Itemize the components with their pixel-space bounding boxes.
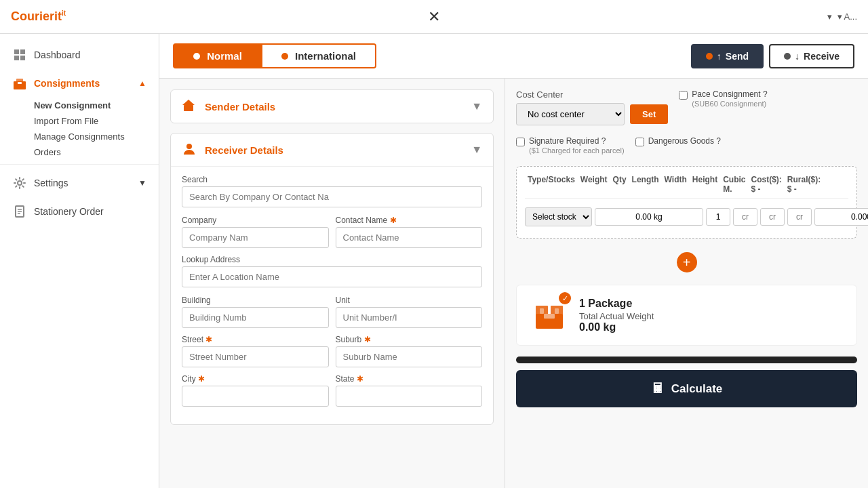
col-header-cubic: Cubic M. [720,175,748,194]
chevron-up-icon: ▲ [138,79,146,88]
btn-send[interactable]: ↑ Send [691,44,764,68]
tab-international[interactable]: International [262,43,376,68]
cubic-input[interactable] [814,208,868,226]
radio-international [281,53,288,60]
type-tabs-bar: Normal International ↑ Send ↓ Receive [159,34,868,79]
box-icon [12,76,27,91]
svg-rect-2 [14,56,19,60]
building-input[interactable] [182,307,329,328]
state-input[interactable] [336,386,483,407]
width-input[interactable] [760,208,785,226]
contact-name-input[interactable] [336,227,483,248]
sidebar-item-import-from-file[interactable]: Import From File [0,113,159,129]
package-count: 1 Package [579,298,843,310]
sender-details-title: Sender Details [205,101,275,113]
contact-name-label: Contact Name ✱ [336,216,483,225]
right-panel: Cost Center No cost center Set Pace Cons… [505,79,868,488]
sidebar-item-label-consignments: Consignments [34,78,100,89]
sidebar-item-settings[interactable]: Settings ▼ [0,169,159,197]
city-label: City ✱ [182,374,329,384]
summary-area: ✓ 1 Package Total Actual Weight 0.00 kg … [516,285,857,407]
svg-point-14 [186,144,192,149]
lookup-input[interactable] [182,266,482,287]
col-header-height: Height [690,175,720,194]
pace-label: Pace Consignment ? [692,89,767,99]
stock-type-select[interactable]: Select stock [525,207,592,226]
col-header-qty: Qty [610,175,629,194]
building-unit-row: Building Unit [182,296,482,328]
dangerous-label: Dangerous Goods ? [648,136,721,146]
radio-send [706,53,713,60]
suburb-label: Suburb ✱ [336,335,483,344]
grid-icon [12,47,27,62]
svg-rect-19 [540,308,544,314]
btn-receive[interactable]: ↓ Receive [769,44,854,68]
send-up-icon: ↑ [717,51,722,62]
add-row-button[interactable]: + [677,252,697,272]
sidebar-item-manage-consignments[interactable]: Manage Consignments [0,129,159,144]
sidebar-item-consignments[interactable]: Consignments ▲ [0,69,159,98]
dangerous-checkbox[interactable] [635,138,644,146]
progress-bar [516,357,857,363]
dangerous-goods-group: Dangerous Goods ? [635,136,721,146]
stock-table-card: Type/Stocks Weight Qty Length Width Heig… [516,166,857,239]
qty-input[interactable] [706,208,730,226]
receiver-icon [182,142,198,158]
settings-icon [12,176,27,190]
cost-center-select[interactable]: No cost center [516,103,625,125]
suburb-input[interactable] [336,346,483,367]
shipment-type-group: Normal International [173,43,376,68]
city-state-row: City ✱ State ✱ [182,374,482,407]
sidebar-item-stationery-order[interactable]: Stationery Order [0,197,159,226]
lookup-section: Lookup Address [182,255,482,287]
signature-checkbox[interactable] [516,138,525,146]
tab-normal[interactable]: Normal [173,43,262,68]
weight-input[interactable] [595,208,703,226]
summary-info: 1 Package Total Actual Weight 0.00 kg [579,298,843,333]
check-badge: ✓ [559,292,571,304]
radio-normal [193,53,200,60]
svg-rect-1 [20,49,25,54]
unit-input[interactable] [336,307,483,328]
sidebar-item-new-consignment[interactable]: New Consignment [0,98,159,113]
svg-rect-18 [544,314,555,319]
svg-rect-6 [18,82,22,84]
user-menu[interactable]: ▾ ▾ A... [827,12,857,22]
stationery-icon [12,204,27,219]
chevron-down-icon: ▾ [827,12,832,22]
svg-rect-0 [14,49,19,54]
city-input[interactable] [182,386,329,407]
left-panel: Sender Details ▼ Receiver Details [159,79,505,488]
sidebar-item-orders[interactable]: Orders [0,144,159,160]
weight-value: 0.00 kg [579,321,843,333]
street-input[interactable] [182,346,329,367]
sidebar-item-label-settings: Settings [34,178,68,188]
svg-rect-20 [555,308,559,314]
set-button[interactable]: Set [630,104,668,124]
calculate-button[interactable]: 🖩 Calculate [516,370,857,407]
search-input[interactable] [182,186,482,207]
pace-sub: (SUB60 Consignment) [692,100,766,108]
receiver-details-header[interactable]: Receiver Details ▼ [171,134,493,166]
receiver-details-body: Search Company [171,166,493,424]
weight-label: Total Actual Weight [579,311,843,321]
pace-checkbox[interactable] [679,91,688,100]
height-input[interactable] [787,208,812,226]
col-header-type: Type/Stocks [525,175,578,194]
length-input[interactable] [733,208,757,226]
col-header-rural: Rural($): $ - [785,175,823,194]
signature-required-group: Signature Required ? ($1 Charged for eac… [516,136,625,155]
sender-icon [182,98,198,115]
close-button[interactable]: ✕ [428,8,440,26]
sidebar-item-dashboard[interactable]: Dashboard [0,41,159,69]
sender-details-header[interactable]: Sender Details ▼ [171,90,493,123]
street-label: Street ✱ [182,335,329,344]
company-input[interactable] [182,227,329,248]
col-header-cost: Cost($): $ - [749,175,785,194]
summary-icon-wrap: ✓ [530,295,568,336]
sender-details-card: Sender Details ▼ [170,89,494,123]
svg-rect-12 [184,105,193,111]
content-area: Normal International ↑ Send ↓ Receive [159,34,868,488]
cost-center-label: Cost Center [516,89,668,100]
col-header-length: Length [629,175,662,194]
